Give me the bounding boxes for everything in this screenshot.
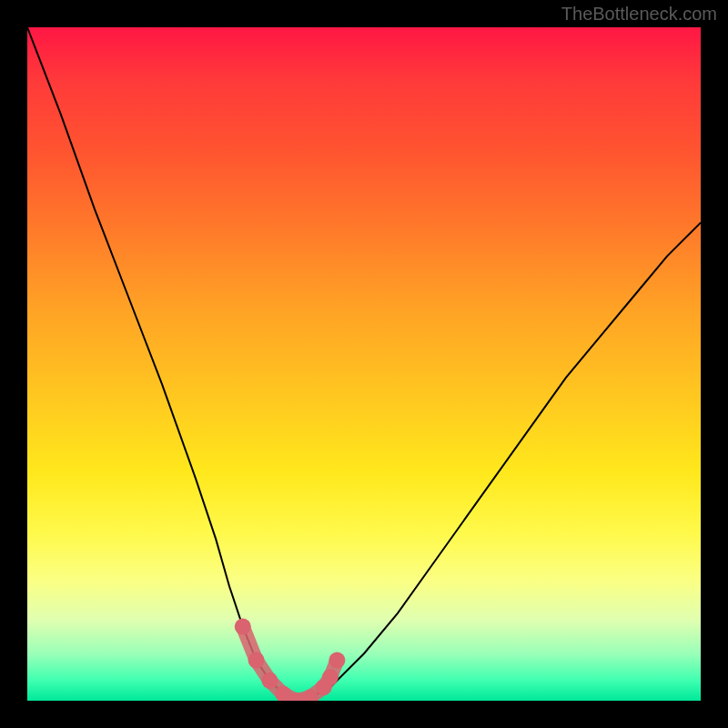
svg-point-0	[235, 619, 251, 635]
chart-plot-area	[27, 27, 701, 701]
svg-point-7	[322, 669, 339, 685]
watermark-text: TheBottleneck.com	[561, 4, 717, 25]
highlight-points-layer	[235, 619, 346, 701]
svg-point-1	[248, 652, 265, 669]
chart-svg	[27, 27, 701, 701]
svg-point-2	[261, 672, 278, 689]
curve-layer	[27, 27, 701, 701]
svg-point-8	[329, 652, 345, 669]
